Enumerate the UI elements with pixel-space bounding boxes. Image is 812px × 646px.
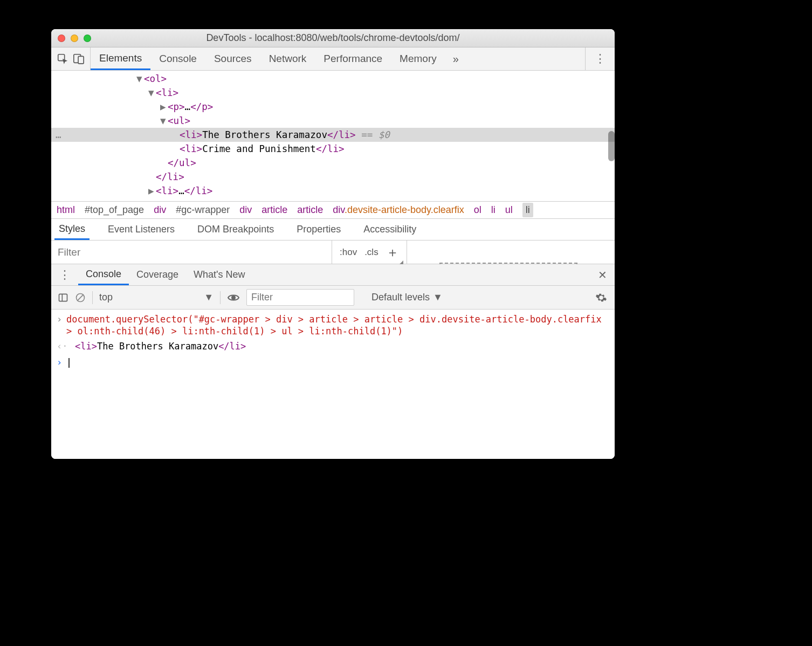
dom-node[interactable]: <li> xyxy=(156,87,178,98)
bc-div[interactable]: div xyxy=(154,204,166,216)
subtab-event-listeners[interactable]: Event Listeners xyxy=(104,219,179,240)
bc-html[interactable]: html xyxy=(57,204,75,216)
new-style-rule-button[interactable]: ＋ xyxy=(386,244,399,261)
styles-filter-input[interactable] xyxy=(51,240,332,264)
hov-toggle[interactable]: :hov xyxy=(340,247,357,258)
bc-article2[interactable]: article xyxy=(297,204,323,216)
subtab-properties[interactable]: Properties xyxy=(292,219,345,240)
drawer-tab-console[interactable]: Console xyxy=(78,264,129,285)
bc-ol[interactable]: ol xyxy=(474,204,481,216)
svg-rect-3 xyxy=(59,294,67,301)
more-menu-icon[interactable]: ⋮ xyxy=(585,47,615,70)
elements-dom-tree[interactable]: ▼<ol> ▼<li> ▶<p>…</p> ▼<ul> …<li>The Bro… xyxy=(51,71,615,201)
console-settings-icon[interactable] xyxy=(595,292,607,304)
bc-li[interactable]: li xyxy=(491,204,496,216)
bc-ul[interactable]: ul xyxy=(505,204,513,216)
subtab-dom-breakpoints[interactable]: DOM Breakpoints xyxy=(193,219,278,240)
console-output-row: ‹· <li>The Brothers Karamazov</li> xyxy=(51,340,615,353)
styles-subtabs: Styles Event Listeners DOM Breakpoints P… xyxy=(51,219,615,240)
inspect-icon[interactable] xyxy=(57,53,68,65)
styles-filter-row: :hov .cls ＋ xyxy=(51,240,615,264)
subtab-accessibility[interactable]: Accessibility xyxy=(359,219,421,240)
tab-elements[interactable]: Elements xyxy=(91,47,150,70)
window-title: DevTools - localhost:8080/web/tools/chro… xyxy=(51,32,615,44)
devtools-window: DevTools - localhost:8080/web/tools/chro… xyxy=(51,29,615,459)
drawer-header: ⋮ Console Coverage What's New ✕ xyxy=(51,264,615,286)
close-drawer-icon[interactable]: ✕ xyxy=(598,269,607,281)
clear-console-icon[interactable] xyxy=(75,292,86,303)
console-output[interactable]: › document.querySelector("#gc-wrapper > … xyxy=(51,310,615,459)
device-toggle-icon[interactable] xyxy=(73,53,85,65)
drawer-tab-coverage[interactable]: Coverage xyxy=(129,264,186,285)
dom-breadcrumb: html #top_of_page div #gc-wrapper div ar… xyxy=(51,201,615,219)
bc-div2[interactable]: div xyxy=(239,204,252,216)
overflow-tabs-icon[interactable]: » xyxy=(445,47,466,70)
dom-node[interactable]: <ul> xyxy=(168,115,190,126)
dom-node[interactable]: <li> xyxy=(180,143,202,154)
bc-gc-wrapper[interactable]: #gc-wrapper xyxy=(176,204,230,216)
tab-network[interactable]: Network xyxy=(260,47,315,70)
console-prompt[interactable]: › xyxy=(51,356,615,369)
titlebar: DevTools - localhost:8080/web/tools/chro… xyxy=(51,29,615,47)
dom-node[interactable]: </ul> xyxy=(168,157,196,168)
dom-node-selected[interactable]: …<li>The Brothers Karamazov</li> == $0 xyxy=(51,128,615,142)
drawer-menu-icon[interactable]: ⋮ xyxy=(51,268,78,282)
tab-console[interactable]: Console xyxy=(150,47,205,70)
main-tabs: Elements Console Sources Network Perform… xyxy=(91,47,466,70)
live-expression-icon[interactable] xyxy=(227,291,240,304)
tab-sources[interactable]: Sources xyxy=(205,47,260,70)
drawer-tab-whatsnew[interactable]: What's New xyxy=(186,264,252,285)
scrollbar-thumb[interactable] xyxy=(608,131,615,161)
dom-node[interactable]: <ol> xyxy=(144,73,167,84)
bc-devsite[interactable]: div.devsite-article-body.clearfix xyxy=(333,204,464,216)
bc-li-selected[interactable]: li xyxy=(522,203,533,217)
dom-node[interactable]: </li> xyxy=(156,171,184,182)
svg-line-6 xyxy=(77,294,84,301)
svg-point-7 xyxy=(231,295,236,300)
console-sidebar-toggle-icon[interactable] xyxy=(58,292,68,303)
tab-performance[interactable]: Performance xyxy=(315,47,391,70)
svg-rect-2 xyxy=(78,56,84,64)
console-filter-input[interactable] xyxy=(246,289,354,306)
execution-context-select[interactable]: top▼ xyxy=(99,292,214,303)
tab-memory[interactable]: Memory xyxy=(391,47,445,70)
log-levels-select[interactable]: Default levels▼ xyxy=(371,292,443,303)
subtab-styles[interactable]: Styles xyxy=(54,219,90,240)
cls-toggle[interactable]: .cls xyxy=(364,247,379,258)
dom-node[interactable]: <p> xyxy=(168,101,185,112)
console-input-echo: › document.querySelector("#gc-wrapper > … xyxy=(51,313,615,338)
dom-node[interactable]: <li> xyxy=(156,185,178,196)
bc-top-of-page[interactable]: #top_of_page xyxy=(85,204,144,216)
main-toolbar: Elements Console Sources Network Perform… xyxy=(51,47,615,71)
console-toolbar: top▼ Default levels▼ xyxy=(51,286,615,310)
bc-article[interactable]: article xyxy=(262,204,287,216)
